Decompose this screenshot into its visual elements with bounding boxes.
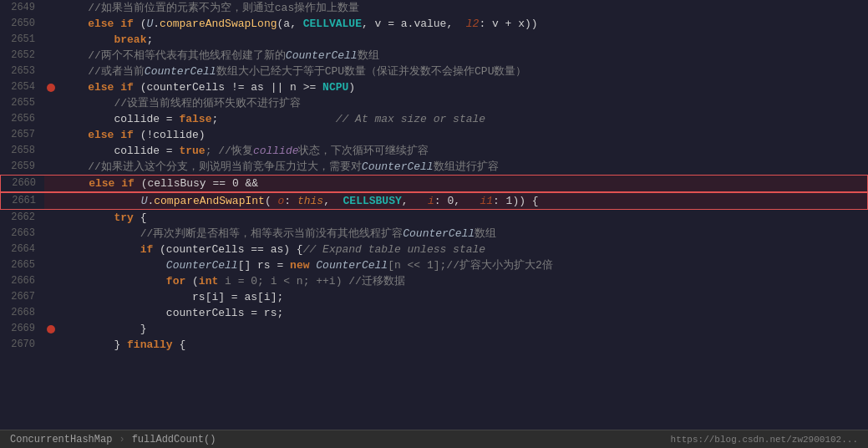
code-token: i1 xyxy=(480,195,493,207)
status-breadcrumb: ConcurrentHashMap › fullAddCount() xyxy=(10,434,216,445)
line-content: break; xyxy=(58,32,868,48)
breakpoint-icon xyxy=(47,325,55,333)
code-token: this xyxy=(297,195,323,207)
code-token: 数组大小已经大于等于CPU数量（保证并发数不会操作CPU数量） xyxy=(216,65,527,78)
line-gutter xyxy=(43,111,58,127)
line-content: counterCells = rs; xyxy=(58,305,868,321)
code-token: else xyxy=(88,129,114,141)
line-number: 2662 xyxy=(0,210,43,226)
line-gutter xyxy=(43,257,58,273)
code-line: 2652 //两个不相等代表有其他线程创建了新的CounterCell数组 xyxy=(0,48,868,64)
code-line: 2662 try { xyxy=(0,210,868,226)
line-gutter xyxy=(43,289,58,305)
line-content: CounterCell[] rs = new CounterCell[n << … xyxy=(58,257,868,273)
code-token: CounterCell xyxy=(362,160,434,173)
code-token: CounterCell xyxy=(403,227,475,240)
code-token: // At max size or stale xyxy=(336,113,485,125)
code-token: for xyxy=(166,275,185,288)
line-content: for (int i = 0; i < n; ++i) //迁移数据 xyxy=(58,273,868,289)
code-token: CounterCell xyxy=(166,259,238,272)
code-token: true xyxy=(179,145,205,157)
line-number: 2656 xyxy=(0,111,43,127)
line-content: else if (cellsBusy == 0 && xyxy=(59,176,867,191)
code-token: compareAndSwapInt xyxy=(154,195,265,207)
line-number: 2666 xyxy=(0,273,43,289)
line-number: 2658 xyxy=(0,143,43,159)
code-token: int xyxy=(199,275,218,288)
code-line: 2666 for (int i = 0; i < n; ++i) //迁移数据 xyxy=(0,273,868,289)
breadcrumb-separator: › xyxy=(119,434,124,445)
code-token: CounterCell xyxy=(316,259,388,272)
code-token: ; //恢复 xyxy=(206,145,253,157)
line-gutter xyxy=(43,337,58,353)
code-line: 2657 else if (!collide) xyxy=(0,127,868,143)
line-content: //如果当前位置的元素不为空，则通过cas操作加上数量 xyxy=(58,0,868,16)
line-gutter xyxy=(43,16,58,32)
line-gutter xyxy=(43,64,58,79)
code-token: U xyxy=(146,18,153,30)
line-content: } xyxy=(58,321,868,337)
line-content: //再次判断是否相等，相等表示当前没有其他线程扩容CounterCell数组 xyxy=(58,226,868,242)
line-content: //设置当前线程的循环失败不进行扩容 xyxy=(58,95,868,111)
line-content: collide = true; //恢复collide状态，下次循环可继续扩容 xyxy=(58,143,868,159)
line-number: 2650 xyxy=(0,16,43,32)
code-token: //再次判断是否相等，相等表示当前没有其他线程扩容 xyxy=(140,227,404,240)
line-content: if (counterCells == as) {// Expand table… xyxy=(58,242,868,257)
code-token: if xyxy=(140,243,154,256)
breadcrumb-method: fullAddCount() xyxy=(132,434,216,445)
line-content: //两个不相等代表有其他线程创建了新的CounterCell数组 xyxy=(58,48,868,64)
code-line: 2655 //设置当前线程的循环失败不进行扩容 xyxy=(0,95,868,111)
line-content: try { xyxy=(58,210,868,226)
line-number: 2657 xyxy=(0,127,43,143)
code-token: //如果当前位置的元素不为空，则通过cas操作加上数量 xyxy=(88,2,359,14)
line-number: 2669 xyxy=(0,321,43,337)
line-gutter xyxy=(43,210,58,226)
code-line: 2660 else if (cellsBusy == 0 && xyxy=(0,175,868,192)
code-token: if xyxy=(120,129,134,141)
line-gutter xyxy=(43,32,58,48)
line-content: } finally { xyxy=(58,337,868,353)
code-token: else xyxy=(88,81,114,94)
code-token: //或者当前 xyxy=(88,65,145,78)
code-token: else xyxy=(88,18,114,30)
code-line: 2663 //再次判断是否相等，相等表示当前没有其他线程扩容CounterCel… xyxy=(0,226,868,242)
code-token: o xyxy=(277,195,284,207)
line-number: 2649 xyxy=(0,0,43,16)
code-token: 数组 xyxy=(358,49,379,62)
line-number: 2660 xyxy=(1,176,44,191)
line-number: 2668 xyxy=(0,305,43,321)
code-line: 2658 collide = true; //恢复collide状态，下次循环可… xyxy=(0,143,868,159)
code-token: if xyxy=(120,81,134,94)
code-token: else xyxy=(89,177,114,190)
editor-container: 2649 //如果当前位置的元素不为空，则通过cas操作加上数量2650 els… xyxy=(0,0,868,448)
code-token: // Expand table unless stale xyxy=(303,243,485,256)
line-number: 2653 xyxy=(0,64,43,79)
line-number: 2663 xyxy=(0,226,43,242)
code-token: CounterCell xyxy=(145,65,216,78)
line-number: 2670 xyxy=(0,337,43,353)
code-token: CELLSBUSY xyxy=(343,195,402,207)
code-line: 2656 collide = false; // At max size or … xyxy=(0,111,868,127)
line-gutter xyxy=(43,226,58,242)
line-number: 2652 xyxy=(0,48,43,64)
line-gutter xyxy=(43,95,58,111)
code-token: //两个不相等代表有其他线程创建了新的 xyxy=(88,49,286,62)
code-token: U xyxy=(141,195,148,207)
code-token: compareAndSwapLong xyxy=(160,18,277,30)
breakpoint-icon xyxy=(47,84,55,92)
line-gutter xyxy=(43,0,58,16)
line-content: collide = false; // At max size or stale xyxy=(58,111,868,127)
line-gutter xyxy=(43,242,58,257)
line-number: 2665 xyxy=(0,257,43,273)
code-token: i xyxy=(428,195,434,207)
code-lines: 2649 //如果当前位置的元素不为空，则通过cas操作加上数量2650 els… xyxy=(0,0,868,353)
code-line: 2667 rs[i] = as[i]; xyxy=(0,289,868,305)
line-content: else if (!collide) xyxy=(58,127,868,143)
line-number: 2659 xyxy=(0,159,43,175)
line-gutter xyxy=(44,193,59,209)
status-bar: ConcurrentHashMap › fullAddCount() https… xyxy=(0,430,868,448)
code-line: 2650 else if (U.compareAndSwapLong(a, CE… xyxy=(0,16,868,32)
line-content: //如果进入这个分支，则说明当前竞争压力过大，需要对CounterCell数组进… xyxy=(58,159,868,175)
code-line: 2659 //如果进入这个分支，则说明当前竞争压力过大，需要对CounterCe… xyxy=(0,159,868,175)
code-token: false xyxy=(179,113,211,125)
